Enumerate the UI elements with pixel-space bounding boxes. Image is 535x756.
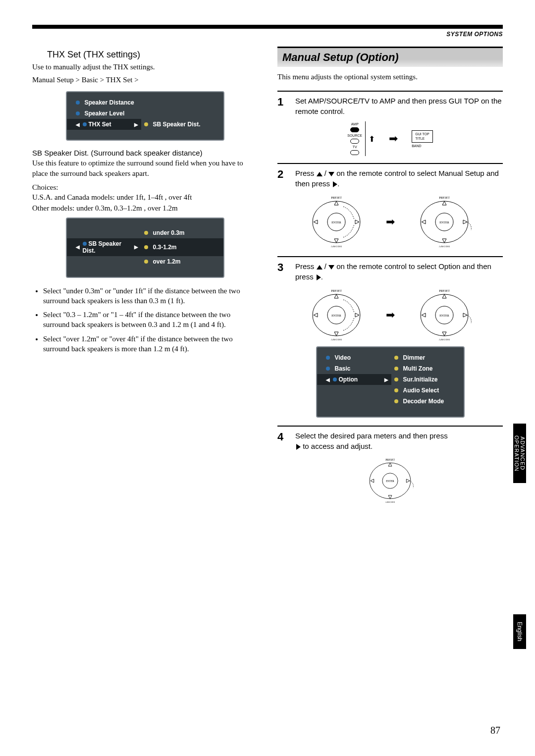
onscreen-menu-sb: under 0.3m ◀ SB Speaker Dist. ▶ 0.3-1.2m… (66, 217, 224, 278)
submenu-item: SB Speaker Dist. (141, 119, 223, 130)
down-icon (328, 265, 334, 270)
right-column: Manual Setup (Option) This menu adjusts … (277, 47, 503, 507)
option-item-selected: 0.3-1.2m (141, 238, 223, 256)
svg-marker-4 (334, 239, 338, 243)
remote-amp-figure: AMP SOURCE TV ⬆ ➡ GUI TOP TITLE BAND (277, 121, 503, 156)
gui-top-button-icon: GUI TOP TITLE (412, 130, 433, 143)
step-4: 4 Select the desired para meters and the… (277, 426, 503, 451)
source-button-icon (350, 139, 359, 144)
svg-text:A/B/C/D/E: A/B/C/D/E (385, 501, 395, 503)
svg-marker-22 (334, 332, 338, 336)
enter-icon (296, 444, 301, 450)
dpad-figure-step4: PRESET ENTER A/B/C/D/E (277, 457, 503, 504)
sb-speaker-heading: SB Speaker Dist. (Surround back speaker … (32, 149, 258, 157)
up-arrow-icon: ⬆ (369, 134, 375, 144)
menu-item: Basic (317, 363, 391, 374)
dpad-icon: PRESET ENTER A/B/C/D/E (364, 457, 416, 504)
svg-marker-13 (442, 239, 446, 243)
right-arrow-icon: ▶ (134, 244, 138, 250)
flow-arrow-icon: ➡ (386, 216, 395, 228)
svg-marker-31 (442, 332, 446, 336)
svg-text:ENTER: ENTER (331, 221, 341, 224)
onscreen-menu-option: VideoDimmer BasicMulti Zone ◀ Option ▶ S… (316, 346, 465, 418)
left-column: THX Set (THX settings) Use to manually a… (32, 47, 258, 507)
step-number: 1 (277, 96, 288, 116)
svg-marker-41 (371, 479, 374, 483)
svg-text:ENTER: ENTER (331, 314, 341, 317)
svg-marker-6 (355, 220, 359, 224)
bullet-list: Select "under 0.3m" or "under 1ft" if th… (43, 286, 258, 354)
step-text-part: Select the desired para meters and then … (295, 432, 448, 440)
svg-marker-33 (463, 313, 467, 317)
step-text-part: on the remote control to select Manual S… (295, 169, 499, 188)
right-arrow-icon: ▶ (134, 122, 138, 127)
svg-marker-23 (314, 313, 318, 317)
svg-marker-30 (442, 294, 446, 298)
right-arrow-icon: ▶ (384, 377, 388, 382)
submenu-item: Dimmer (391, 352, 464, 363)
submenu-item: Audio Select (391, 385, 464, 396)
svg-marker-15 (463, 220, 467, 224)
thx-heading: THX Set (THX settings) (47, 50, 258, 60)
thx-menu-path: Manual Setup > Basic > THX Set > (32, 76, 258, 84)
step-2: 2 Press / on the remote control to selec… (277, 163, 503, 189)
left-arrow-icon: ◀ (76, 122, 80, 127)
section-heading: Manual Setup (Option) (277, 47, 503, 67)
choices-label: Choices: (32, 182, 258, 192)
up-icon (317, 172, 322, 176)
dpad-figure-step3: PRESET ENTER A/B/C/D/E ➡ PRESET ENTER (277, 288, 503, 342)
dpad-icon: PRESET ENTER A/B/C/D/E (415, 288, 474, 342)
side-tab-advanced-operation: ADVANCED OPERATION (513, 424, 526, 483)
choice-other: Other models: under 0.3m, 0.3–1.2m , ove… (32, 203, 258, 213)
menu-item-selected: ◀ THX Set ▶ (67, 119, 141, 130)
menu-item: Video (317, 352, 391, 363)
onscreen-menu-thx: Speaker Distance Speaker Level ◀ THX Set… (66, 91, 224, 141)
menu-item-label: THX Set (83, 121, 111, 128)
enter-icon (333, 181, 337, 187)
dpad-figure-step2: PRESET ENTER A/B/C/D/E ➡ PRESET ENTER (277, 195, 503, 249)
choice-us: U.S.A. and Canada models: under 1ft, 1–4… (32, 192, 258, 202)
svg-text:A/B/C/D/E: A/B/C/D/E (330, 338, 342, 341)
label-source: SOURCE (347, 134, 362, 137)
header-section-label: SYSTEM OPTIONS (32, 31, 503, 38)
svg-marker-39 (388, 463, 392, 466)
svg-marker-14 (422, 220, 426, 224)
svg-text:PRESET: PRESET (439, 289, 450, 292)
menu-item: Speaker Distance (67, 97, 141, 108)
section-intro: This menu adjusts the optional system se… (277, 72, 503, 82)
bullet-item: Select "0.3 – 1.2m" or "1 – 4ft" if the … (43, 310, 258, 330)
option-item: under 0.3m (141, 227, 223, 238)
sb-speaker-desc: Use this feature to optimize the surroun… (32, 158, 258, 178)
flow-arrow-icon: ➡ (386, 309, 395, 322)
svg-text:A/B/C/D/E: A/B/C/D/E (438, 245, 450, 248)
dpad-icon: PRESET ENTER A/B/C/D/E (307, 195, 366, 249)
bullet-item: Select "over 1.2m" or "over 4ft" if the … (43, 334, 258, 354)
step-text: Press / on the remote control to select … (295, 168, 503, 189)
tv-button-icon (350, 150, 359, 155)
submenu-item: Multi Zone (391, 363, 464, 374)
svg-text:A/B/C/D/E: A/B/C/D/E (438, 338, 450, 341)
step-3: 3 Press / on the remote control to selec… (277, 256, 503, 282)
step-text-part: Press (295, 169, 317, 177)
thx-desc: Use to manually adjust the THX settings. (32, 62, 258, 72)
left-arrow-icon: ◀ (326, 377, 330, 382)
svg-marker-5 (314, 220, 318, 224)
label-guitop: GUI TOP (415, 132, 429, 136)
label-tv: TV (353, 145, 357, 149)
side-tab-language: English (513, 614, 526, 649)
menu-item-label: Option (333, 376, 358, 383)
step-number: 4 (277, 431, 288, 451)
flow-arrow-icon: ➡ (389, 132, 398, 145)
step-1: 1 Set AMP/SOURCE/TV to AMP and then pres… (277, 91, 503, 116)
svg-marker-32 (422, 313, 426, 317)
label-title: TITLE (415, 137, 425, 140)
top-black-bar (32, 25, 503, 29)
step-text: Press / on the remote control to select … (295, 261, 503, 282)
step-text-part: on the remote control to select Option a… (295, 262, 491, 281)
svg-marker-21 (334, 294, 338, 298)
svg-marker-12 (442, 201, 446, 205)
menu-item: Speaker Level (67, 108, 141, 119)
svg-marker-42 (406, 479, 410, 483)
svg-marker-3 (334, 201, 338, 205)
down-icon (328, 172, 334, 176)
